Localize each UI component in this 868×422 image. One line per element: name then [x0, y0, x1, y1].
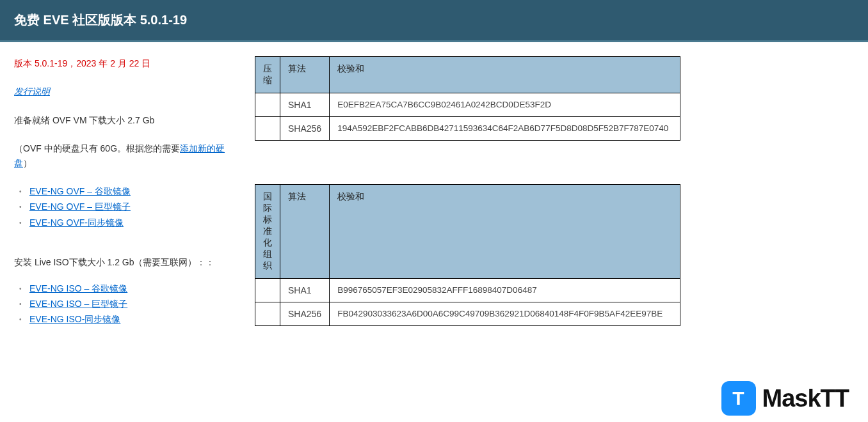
- watermark-text: MaskTT: [762, 385, 849, 412]
- list-item: EVE-NG ISO – 谷歌镜像: [29, 281, 229, 295]
- table-header-algo: 算法: [280, 57, 330, 93]
- disk-note: （OVF 中的硬盘只有 60G。根据您的需要添加新的硬盘）: [14, 141, 229, 170]
- cell-algo: SHA1: [280, 93, 330, 117]
- table-header-iso: 国际标准化组织: [255, 185, 280, 279]
- cell-compress: [255, 93, 280, 117]
- right-column: 压缩 算法 校验和 SHA1 E0EFB2EA75CA7B6CC9B02461A…: [255, 56, 868, 370]
- ovf-checksum-table: 压缩 算法 校验和 SHA1 E0EFB2EA75CA7B6CC9B02461A…: [255, 56, 680, 141]
- ovf-google-link[interactable]: EVE-NG OVF – 谷歌镜像: [29, 186, 131, 196]
- cell-iso: [255, 279, 280, 302]
- list-item: EVE-NG OVF-同步镜像: [29, 215, 229, 230]
- iso-mega-link[interactable]: EVE-NG ISO – 巨型镜子: [29, 299, 127, 309]
- ovf-ready-line: 准备就绪 OVF VM 下载大小 2.7 Gb: [14, 113, 229, 127]
- table-header-algo: 算法: [280, 185, 330, 279]
- iso-sync-link[interactable]: EVE-NG ISO-同步镜像: [29, 314, 120, 324]
- cell-algo: SHA256: [280, 302, 330, 326]
- list-item: EVE-NG OVF – 巨型镜子: [29, 199, 229, 214]
- table-row: SHA256 194A592EBF2FCABB6DB42711593634C64…: [255, 117, 680, 141]
- cell-algo: SHA1: [280, 279, 330, 302]
- cell-checksum: E0EFB2EA75CA7B6CC9B02461A0242BCD0DE53F2D: [330, 93, 680, 117]
- content: 版本 5.0.1-19，2023 年 2 月 22 日 发行说明 准备就绪 OV…: [0, 42, 868, 370]
- table-row: SHA256 FB042903033623A6D00A6C99C49709B36…: [255, 302, 680, 326]
- iso-download-list: EVE-NG ISO – 谷歌镜像 EVE-NG ISO – 巨型镜子 EVE-…: [14, 281, 229, 327]
- list-item: EVE-NG OVF – 谷歌镜像: [29, 184, 229, 198]
- table-row: SHA1 B996765057EF3E02905832AFFF16898407D…: [255, 279, 680, 302]
- iso-line: 安装 Live ISO下载大小 1.2 Gb（需要互联网）：：: [14, 255, 229, 269]
- table-header-compress: 压缩: [255, 57, 280, 93]
- cell-iso: [255, 302, 280, 326]
- table-header-checksum: 校验和: [330, 57, 680, 93]
- ovf-mega-link[interactable]: EVE-NG OVF – 巨型镜子: [29, 201, 131, 212]
- cell-algo: SHA256: [280, 117, 330, 141]
- iso-checksum-table: 国际标准化组织 算法 校验和 SHA1 B996765057EF3E029058…: [255, 184, 680, 326]
- cell-checksum: 194A592EBF2FCABB6DB42711593634C64F2AB6D7…: [330, 117, 680, 141]
- watermark-icon: T: [721, 381, 756, 416]
- cell-checksum: B996765057EF3E02905832AFFF16898407D06487: [330, 279, 680, 302]
- cell-compress: [255, 117, 280, 141]
- cell-checksum: FB042903033623A6D00A6C99C49709B362921D06…: [330, 302, 680, 326]
- left-column: 版本 5.0.1-19，2023 年 2 月 22 日 发行说明 准备就绪 OV…: [14, 56, 229, 370]
- page-header: 免费 EVE 社区版版本 5.0.1-19: [0, 0, 868, 42]
- version-line: 版本 5.0.1-19，2023 年 2 月 22 日: [14, 56, 229, 70]
- table-row: SHA1 E0EFB2EA75CA7B6CC9B02461A0242BCD0DE…: [255, 93, 680, 117]
- ovf-sync-link[interactable]: EVE-NG OVF-同步镜像: [29, 217, 124, 228]
- watermark: T MaskTT: [721, 381, 849, 416]
- iso-google-link[interactable]: EVE-NG ISO – 谷歌镜像: [29, 283, 127, 293]
- table-header-checksum: 校验和: [330, 185, 680, 279]
- release-notes-link[interactable]: 发行说明: [14, 84, 50, 98]
- ovf-download-list: EVE-NG OVF – 谷歌镜像 EVE-NG OVF – 巨型镜子 EVE-…: [14, 184, 229, 230]
- list-item: EVE-NG ISO – 巨型镜子: [29, 297, 229, 311]
- list-item: EVE-NG ISO-同步镜像: [29, 312, 229, 326]
- disk-note-before: （OVF 中的硬盘只有 60G。根据您的需要: [14, 143, 180, 153]
- disk-note-after: ）: [23, 158, 32, 168]
- page-title: 免费 EVE 社区版版本 5.0.1-19: [14, 13, 187, 27]
